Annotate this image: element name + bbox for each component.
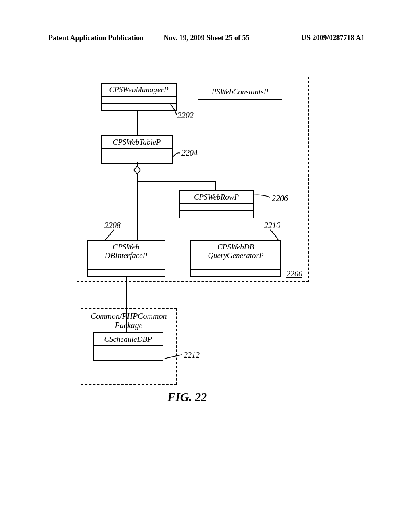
svg-marker-2 <box>134 166 140 174</box>
page: Patent Application Publication Nov. 19, … <box>0 0 413 532</box>
connectors-svg <box>77 77 309 399</box>
header-right: US 2009/0287718 A1 <box>301 34 365 42</box>
figure-diagram: 2200 Common/PHPCommon Package CPSWebMana… <box>77 77 309 398</box>
figure-caption: FIG. 22 <box>167 390 207 404</box>
